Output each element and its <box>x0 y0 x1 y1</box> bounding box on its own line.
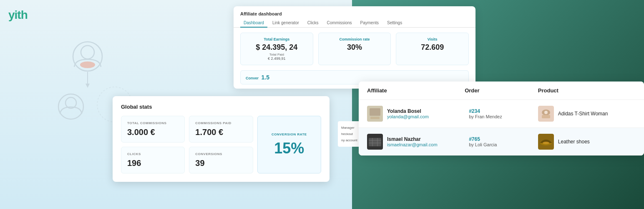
affiliate-email-1: ismaelnazar@gmail.com <box>387 142 438 147</box>
product-cell-1: Leather shoes <box>538 134 636 150</box>
order-by-1: by Loli Garcia <box>469 142 538 147</box>
affiliate-name-0: Yolanda Bosel <box>387 108 429 114</box>
affiliate-name-1: Ismael Nazhar <box>387 136 438 142</box>
svg-rect-9 <box>370 108 380 116</box>
visits-card: Visits 72.609 <box>396 33 469 65</box>
svg-rect-13 <box>542 115 550 118</box>
avatar-0 <box>367 106 383 122</box>
conversions-label: CONVERSIONS <box>195 152 247 156</box>
order-cell-1: #765 by Loli Garcia <box>465 136 538 147</box>
order-number-1: #765 <box>469 136 538 142</box>
affiliate-info-1: Ismael Nazhar ismaelnazar@gmail.com <box>387 136 438 147</box>
commissions-paid-box: COMMISSIONS PAID 1.700 € <box>189 116 253 143</box>
conversion-label: Conver <box>246 76 259 80</box>
affiliate-dashboard-title: Affiliate dashboard <box>234 6 475 16</box>
product-thumb-0 <box>538 106 554 122</box>
product-name-0: Adidas T-Shirt Woman <box>558 111 608 117</box>
product-thumb-1 <box>538 134 554 150</box>
commissions-paid-value: 1.700 € <box>195 127 247 137</box>
tab-payments[interactable]: Payments <box>357 19 382 27</box>
product-name-1: Leather shoes <box>558 139 590 145</box>
affiliate-dashboard-card: Affiliate dashboard Dashboard Link gener… <box>234 6 475 89</box>
clicks-box: CLICKS 196 <box>121 147 185 173</box>
conversions-box: CONVERSIONS 39 <box>189 147 253 173</box>
total-commissions-box: TOTAL COMMISSIONS 3.000 € <box>121 116 185 143</box>
header-order: Order <box>465 87 538 94</box>
total-paid-label: Total Paid <box>246 53 308 56</box>
conversion-rate-box: CONVERSION RATE 15% <box>257 116 321 173</box>
total-earnings-label: Total Earnings <box>246 37 308 41</box>
conversion-rate-value: 15% <box>274 140 304 157</box>
order-cell-0: #234 by Fran Mendez <box>465 108 538 119</box>
order-by-0: by Fran Mendez <box>469 114 538 119</box>
conversion-rate-label: CONVERSION RATE <box>272 133 307 136</box>
product-cell-0: Adidas T-Shirt Woman <box>538 106 636 122</box>
table-header: Affiliate Order Product <box>359 82 644 99</box>
header-affiliate: Affiliate <box>367 87 465 94</box>
visits-label: Visits <box>401 37 463 41</box>
avatar-1 <box>367 134 383 150</box>
total-commissions-label: TOTAL COMMISSIONS <box>127 121 179 125</box>
affiliate-dashboard-tabs: Dashboard Link generator Clicks Commissi… <box>234 16 475 28</box>
tab-settings[interactable]: Settings <box>384 19 405 27</box>
logo-h: h <box>21 8 28 21</box>
stats-grid: TOTAL COMMISSIONS 3.000 € COMMISSIONS PA… <box>121 116 321 173</box>
table-row: Ismael Nazhar ismaelnazar@gmail.com #765… <box>359 127 644 155</box>
header-product: Product <box>538 87 636 94</box>
affiliate-email-0: yolanda@gmail.com <box>387 114 429 119</box>
svg-marker-4 <box>86 84 90 88</box>
svg-point-14 <box>544 111 548 114</box>
table-row: Yolanda Bosel yolanda@gmail.com #234 by … <box>359 99 644 127</box>
svg-point-23 <box>543 142 549 144</box>
global-stats-card: Global stats TOTAL COMMISSIONS 3.000 € C… <box>113 96 330 182</box>
dashboard-stats: Total Earnings $ 24.395, 24 Total Paid €… <box>234 28 475 70</box>
commissions-paid-label: COMMISSIONS PAID <box>195 121 247 125</box>
affiliate-cell-0: Yolanda Bosel yolanda@gmail.com <box>367 106 465 122</box>
logo-text: yith <box>8 8 28 22</box>
global-stats-title: Global stats <box>121 104 321 110</box>
total-paid-value: € 2.499,91 <box>246 56 308 61</box>
order-number-0: #234 <box>469 108 538 114</box>
affiliate-table-card: Affiliate Order Product Yolanda Bosel yo… <box>359 82 644 155</box>
svg-rect-10 <box>370 117 380 119</box>
clicks-label: CLICKS <box>127 152 179 156</box>
commission-rate-value: 30% <box>324 43 386 52</box>
tab-link-generator[interactable]: Link generator <box>269 19 302 27</box>
svg-point-2 <box>80 61 95 68</box>
clicks-value: 196 <box>127 158 179 168</box>
logo: yith <box>8 8 28 22</box>
total-commissions-value: 3.000 € <box>127 127 179 137</box>
tab-clicks[interactable]: Clicks <box>304 19 322 27</box>
visits-value: 72.609 <box>401 43 463 52</box>
commission-rate-card: Commission rate 30% <box>318 33 391 65</box>
svg-point-1 <box>81 46 94 59</box>
total-earnings-value: $ 24.395, 24 <box>246 43 308 52</box>
svg-rect-16 <box>369 138 381 146</box>
commission-rate-label: Commission rate <box>324 37 386 41</box>
affiliate-cell-1: Ismael Nazhar ismaelnazar@gmail.com <box>367 134 465 150</box>
tab-commissions[interactable]: Commissions <box>324 19 355 27</box>
affiliate-info-0: Yolanda Bosel yolanda@gmail.com <box>387 108 429 119</box>
logo-yit: yit <box>8 8 21 21</box>
total-earnings-card: Total Earnings $ 24.395, 24 Total Paid €… <box>240 33 313 65</box>
conversions-value: 39 <box>195 158 247 168</box>
tab-dashboard[interactable]: Dashboard <box>240 19 267 28</box>
